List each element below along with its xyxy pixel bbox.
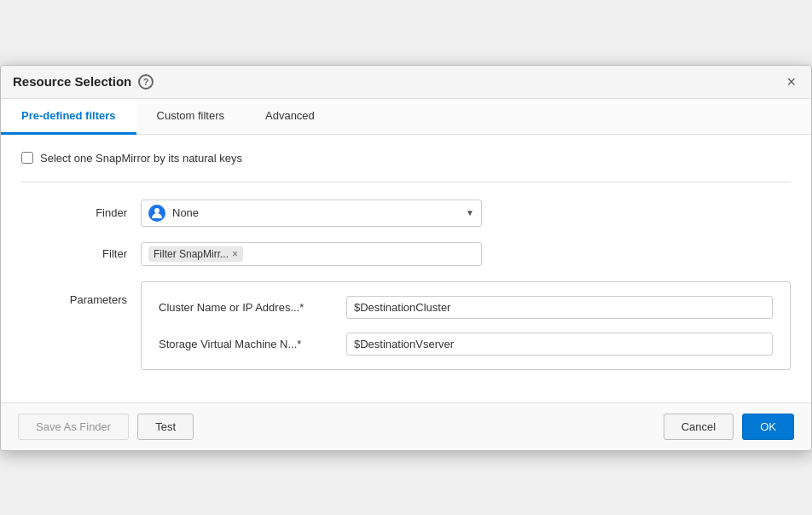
tab-advanced[interactable]: Advanced — [245, 99, 335, 135]
ok-button[interactable]: OK — [742, 414, 794, 440]
svg-point-0 — [154, 208, 160, 213]
filter-label: Filter — [21, 247, 141, 260]
parameters-box: Cluster Name or IP Addres...* Storage Vi… — [141, 281, 791, 370]
close-button[interactable]: × — [783, 74, 799, 90]
tab-predefined-filters[interactable]: Pre-defined filters — [1, 99, 136, 135]
param-cluster-input[interactable] — [346, 296, 773, 319]
cancel-button[interactable]: Cancel — [664, 414, 734, 440]
filter-field[interactable]: Filter SnapMirr... × — [141, 242, 482, 266]
filter-tag: Filter SnapMirr... × — [148, 246, 243, 262]
param-cluster-label: Cluster Name or IP Addres...* — [159, 301, 346, 314]
dialog-title: Resource Selection — [13, 74, 131, 89]
snapmirror-checkbox[interactable] — [21, 152, 33, 164]
save-as-finder-button[interactable]: Save As Finder — [18, 414, 129, 440]
finder-person-icon — [148, 205, 165, 222]
finder-value: None — [172, 206, 466, 219]
parameters-label: Parameters — [21, 281, 141, 306]
param-svm-input[interactable] — [346, 333, 773, 356]
finder-row: Finder None ▼ — [21, 200, 791, 227]
filter-row: Filter Filter SnapMirr... × — [21, 242, 791, 266]
title-left: Resource Selection ? — [13, 74, 154, 90]
help-icon[interactable]: ? — [138, 74, 154, 90]
footer-right: Cancel OK — [664, 414, 794, 440]
checkbox-label: Select one SnapMirror by its natural key… — [40, 152, 242, 165]
parameters-section: Parameters Cluster Name or IP Addres...*… — [21, 281, 791, 370]
dialog-footer: Save As Finder Test Cancel OK — [1, 402, 811, 450]
param-row-svm: Storage Virtual Machine N...* — [159, 333, 773, 356]
tab-custom-filters[interactable]: Custom filters — [136, 99, 245, 135]
dialog-body: Select one SnapMirror by its natural key… — [1, 135, 811, 402]
test-button[interactable]: Test — [137, 414, 194, 440]
dropdown-arrow-icon: ▼ — [466, 208, 474, 217]
checkbox-row: Select one SnapMirror by its natural key… — [21, 152, 791, 165]
tabs-bar: Pre-defined filters Custom filters Advan… — [1, 99, 811, 135]
footer-left: Save As Finder Test — [18, 414, 194, 440]
filter-tag-remove-icon[interactable]: × — [232, 249, 238, 259]
finder-dropdown[interactable]: None ▼ — [141, 200, 482, 227]
dialog-titlebar: Resource Selection ? × — [1, 66, 811, 99]
resource-selection-dialog: Resource Selection ? × Pre-defined filte… — [0, 65, 812, 451]
param-svm-label: Storage Virtual Machine N...* — [159, 338, 346, 350]
filter-tag-text: Filter SnapMirr... — [154, 248, 229, 260]
param-row-cluster: Cluster Name or IP Addres...* — [159, 296, 773, 319]
finder-label: Finder — [21, 206, 141, 219]
section-divider — [21, 182, 791, 182]
